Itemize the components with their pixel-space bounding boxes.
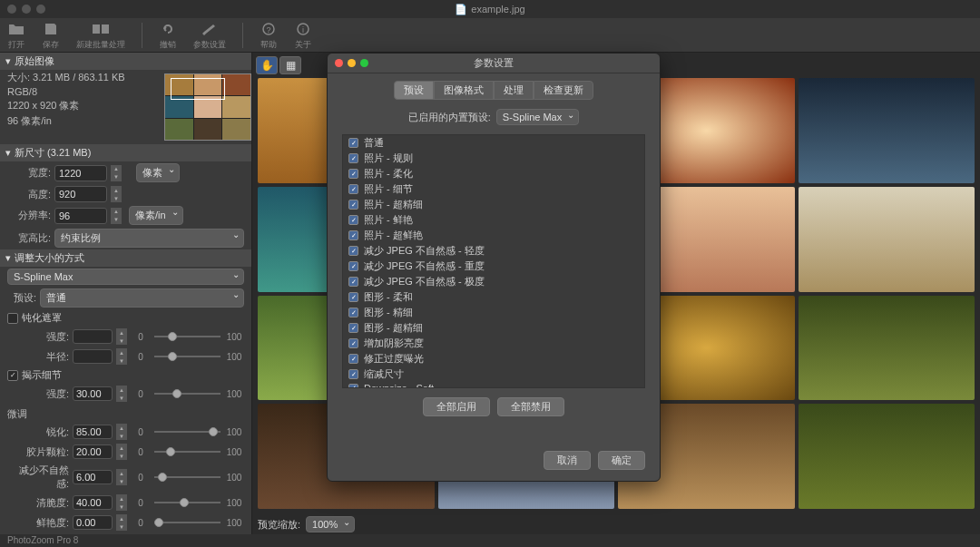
crisp-input[interactable] (73, 495, 113, 510)
artifact-slider[interactable] (154, 471, 220, 484)
dialog-zoom-icon[interactable] (360, 59, 368, 67)
resize-algo-select[interactable]: S-Spline Max (7, 269, 244, 285)
preset-list-item[interactable]: ✓照片 - 柔化 (343, 166, 644, 181)
preset-list-item[interactable]: ✓照片 - 鲜艳 (343, 212, 644, 228)
um-strength-stepper[interactable]: ▲▼ (116, 328, 127, 345)
preset-checkbox[interactable]: ✓ (348, 384, 358, 389)
new-size-header[interactable]: ▾ 新尺寸 (3.21 MB) (0, 144, 251, 161)
unsharp-mask-checkbox[interactable] (7, 313, 18, 324)
preset-checkbox[interactable]: ✓ (348, 338, 358, 348)
preset-checkbox[interactable]: ✓ (348, 354, 358, 364)
preset-list-item[interactable]: ✓普通 (343, 135, 644, 151)
dialog-close-icon[interactable] (335, 59, 343, 67)
aspect-select[interactable]: 约束比例 (54, 229, 244, 248)
preview-zoom-select[interactable]: 100% (306, 516, 355, 532)
um-radius-stepper[interactable]: ▲▼ (116, 348, 127, 365)
preset-list-item[interactable]: ✓减少 JPEG 不自然感 - 极度 (343, 274, 644, 289)
minimize-window-icon[interactable] (22, 5, 31, 14)
sharpen-stepper[interactable]: ▲▼ (116, 424, 127, 440)
tab-presets[interactable]: 预设 (394, 81, 434, 100)
navigator-thumbnail[interactable] (164, 73, 251, 141)
height-stepper[interactable]: ▲▼ (111, 186, 122, 202)
um-radius-slider[interactable] (154, 350, 220, 363)
artifact-input[interactable] (73, 470, 113, 484)
dialog-minimize-icon[interactable] (348, 59, 356, 67)
um-strength-slider[interactable] (154, 330, 220, 343)
reveal-strength-input[interactable] (73, 386, 113, 401)
close-window-icon[interactable] (7, 5, 16, 14)
preset-checkbox[interactable]: ✓ (348, 277, 358, 287)
sharpen-slider[interactable] (154, 425, 220, 438)
um-strength-input[interactable] (73, 329, 113, 344)
preset-list-item[interactable]: ✓减少 JPEG 不自然感 - 轻度 (343, 243, 644, 259)
preset-checkbox[interactable]: ✓ (348, 369, 358, 379)
vivid-stepper[interactable]: ▲▼ (116, 514, 127, 531)
tab-image-format[interactable]: 图像格式 (434, 81, 494, 100)
tab-processing[interactable]: 处理 (494, 81, 534, 100)
resolution-unit-select[interactable]: 像素/in (129, 206, 183, 225)
preset-list-item[interactable]: ✓图形 - 柔和 (343, 289, 644, 305)
preset-list-item[interactable]: ✓照片 - 超鲜艳 (343, 228, 644, 243)
um-radius-input[interactable] (73, 349, 113, 364)
vivid-input[interactable] (73, 515, 113, 530)
preset-select[interactable]: 普通 (40, 288, 244, 308)
preset-checkbox[interactable]: ✓ (348, 138, 358, 148)
preset-checkbox[interactable]: ✓ (348, 200, 358, 210)
preset-checkbox[interactable]: ✓ (348, 246, 358, 256)
batch-button[interactable]: 新建批量处理 (76, 20, 125, 51)
preset-list-item[interactable]: ✓图形 - 精细 (343, 305, 644, 320)
width-input[interactable] (54, 165, 107, 181)
grain-stepper[interactable]: ▲▼ (116, 444, 127, 460)
navigator-viewport[interactable] (171, 78, 225, 100)
marquee-tool-button[interactable]: ▦ (279, 56, 301, 74)
ok-button[interactable]: 确定 (598, 451, 645, 470)
preset-checkbox[interactable]: ✓ (348, 323, 358, 333)
tab-check-update[interactable]: 检查更新 (534, 81, 593, 100)
preset-list-item[interactable]: ✓照片 - 超精细 (343, 197, 644, 212)
preset-method-select[interactable]: S-Spline Max (496, 109, 579, 125)
reveal-strength-slider[interactable] (154, 387, 220, 400)
preset-checkbox[interactable]: ✓ (348, 292, 358, 302)
preset-list-item[interactable]: ✓增加阴影亮度 (343, 336, 644, 351)
prefs-button[interactable]: 参数设置 (193, 20, 226, 51)
preset-checkbox[interactable]: ✓ (348, 153, 358, 163)
preset-list-item[interactable]: ✓照片 - 细节 (343, 181, 644, 197)
maximize-window-icon[interactable] (36, 5, 45, 14)
resolution-input[interactable] (54, 208, 107, 224)
height-input[interactable] (54, 186, 107, 202)
crisp-slider[interactable] (154, 496, 220, 509)
save-button[interactable]: 保存 (42, 20, 60, 51)
vivid-slider[interactable] (154, 516, 220, 529)
hand-tool-button[interactable]: ✋ (256, 56, 278, 74)
preset-checkbox[interactable]: ✓ (348, 215, 358, 225)
preset-list-item[interactable]: ✓减少 JPEG 不自然感 - 重度 (343, 259, 644, 274)
artifact-stepper[interactable]: ▲▼ (116, 469, 127, 485)
enable-all-button[interactable]: 全部启用 (423, 397, 490, 416)
resolution-stepper[interactable]: ▲▼ (111, 208, 122, 224)
preset-checkbox[interactable]: ✓ (348, 261, 358, 271)
undo-button[interactable]: 撤销 (159, 20, 177, 51)
preset-checkbox[interactable]: ✓ (348, 308, 358, 317)
reveal-strength-stepper[interactable]: ▲▼ (116, 386, 127, 402)
preset-checkbox[interactable]: ✓ (348, 184, 358, 194)
preset-list[interactable]: ✓普通✓照片 - 规则✓照片 - 柔化✓照片 - 细节✓照片 - 超精细✓照片 … (342, 134, 645, 388)
preset-list-item[interactable]: ✓照片 - 规则 (343, 151, 644, 166)
preset-list-item[interactable]: ✓修正过度曝光 (343, 351, 644, 366)
sharpen-input[interactable] (73, 425, 113, 439)
disable-all-button[interactable]: 全部禁用 (497, 397, 564, 416)
open-button[interactable]: 打开 (7, 20, 25, 51)
preset-checkbox[interactable]: ✓ (348, 230, 358, 240)
cancel-button[interactable]: 取消 (544, 451, 591, 470)
preset-list-item[interactable]: ✓缩减尺寸 (343, 366, 644, 382)
help-button[interactable]: ? 帮助 (260, 20, 278, 51)
original-image-header[interactable]: ▾ 原始图像 (0, 53, 251, 70)
grain-slider[interactable] (154, 445, 220, 458)
grain-input[interactable] (73, 444, 113, 459)
size-unit-select[interactable]: 像素 (136, 163, 180, 182)
preset-list-item[interactable]: ✓Downsize - Soft (343, 382, 644, 388)
width-stepper[interactable]: ▲▼ (111, 165, 122, 181)
crisp-stepper[interactable]: ▲▼ (116, 494, 127, 511)
preset-checkbox[interactable]: ✓ (348, 169, 358, 179)
preset-list-item[interactable]: ✓图形 - 超精细 (343, 320, 644, 336)
reveal-detail-checkbox[interactable]: ✓ (7, 370, 18, 381)
